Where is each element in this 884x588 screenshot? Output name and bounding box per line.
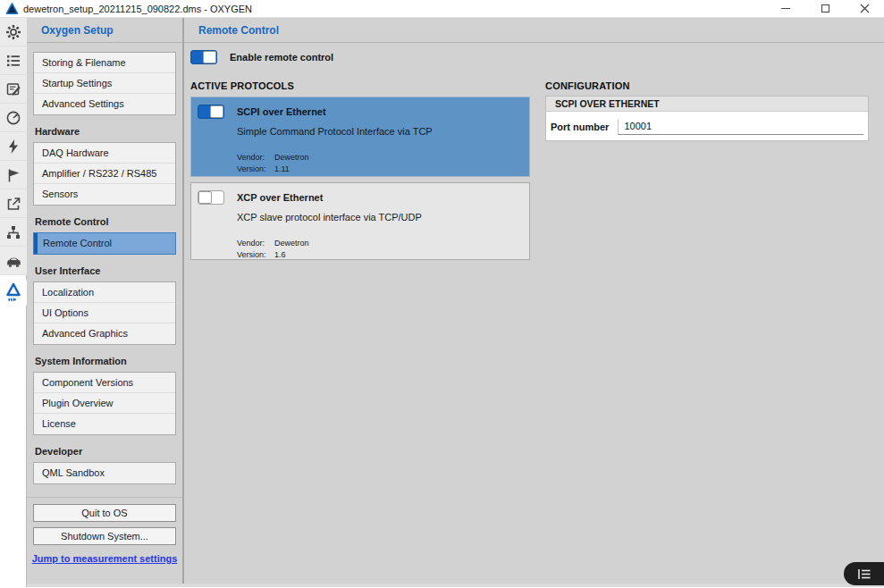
gear-icon xyxy=(5,24,21,40)
version-label: Version: xyxy=(237,164,274,173)
rail-tab-export[interactable] xyxy=(0,189,27,218)
rail-tab-channel-list[interactable] xyxy=(0,46,27,75)
sidebar-item-plugin-overview[interactable]: Plugin Overview xyxy=(34,393,175,414)
toggle-knob xyxy=(198,191,212,204)
protocol-card-scpi[interactable]: SCPI over Ethernet Simple Command Protoc… xyxy=(190,97,530,177)
export-icon xyxy=(5,196,21,212)
network-icon xyxy=(5,224,21,240)
app-logo-icon xyxy=(0,2,23,15)
enable-remote-control-label: Enable remote control xyxy=(230,52,333,63)
port-number-label: Port number xyxy=(551,122,609,132)
vendor-value: Dewetron xyxy=(274,239,309,248)
channel-list-icon xyxy=(5,53,21,69)
flag-icon xyxy=(5,167,21,183)
maximize-icon xyxy=(821,4,829,13)
close-icon xyxy=(860,4,870,13)
shutdown-system-button[interactable]: Shutdown System... xyxy=(33,527,176,545)
sidebar-divider xyxy=(27,497,182,498)
rail-tab-measurement-screens[interactable] xyxy=(0,104,27,132)
oxygen-setup-panel: Oxygen Setup Storing & Filename Startup … xyxy=(27,18,184,587)
setup-group-remote-control: Remote Control xyxy=(33,232,176,255)
title-bar: dewetron_setup_20211215_090822.dms - OXY… xyxy=(0,0,884,18)
sidebar-item-startup-settings[interactable]: Startup Settings xyxy=(34,73,175,94)
remote-control-panel: Remote Control Enable remote control ACT… xyxy=(184,18,884,587)
rail-tab-events[interactable] xyxy=(0,161,27,189)
rail-tab-settings[interactable] xyxy=(0,18,27,46)
scpi-protocol-description: Simple Command Protocol Interface via TC… xyxy=(237,126,520,137)
scpi-protocol-meta: Vendor:Dewetron Version:1.11 xyxy=(237,153,520,173)
lightning-icon xyxy=(5,139,21,155)
scpi-configuration-box: SCPI OVER ETHERNET Port number xyxy=(545,96,869,141)
message-list-icon xyxy=(857,568,871,580)
close-button[interactable] xyxy=(845,0,884,17)
enable-remote-control-toggle[interactable] xyxy=(190,50,217,64)
sidebar-item-sensors[interactable]: Sensors xyxy=(34,184,175,205)
minimize-button[interactable] xyxy=(766,0,805,17)
section-label-system-information: System Information xyxy=(35,356,174,368)
dewetron-logo-marks xyxy=(8,298,19,302)
sidebar-item-license[interactable]: License xyxy=(34,414,175,434)
rail-tab-vehicle[interactable] xyxy=(0,247,27,275)
active-protocols-header: ACTIVE PROTOCOLS xyxy=(190,80,530,91)
xcp-protocol-title: XCP over Ethernet xyxy=(237,192,323,203)
sidebar-item-ui-options[interactable]: UI Options xyxy=(34,303,175,323)
sidebar-item-advanced-settings[interactable]: Advanced Settings xyxy=(34,94,175,114)
maximize-button[interactable] xyxy=(805,0,845,17)
minimize-icon xyxy=(781,8,790,9)
xcp-protocol-toggle[interactable] xyxy=(198,190,224,205)
setup-group-hardware: DAQ Hardware Amplifier / RS232 / RS485 S… xyxy=(33,142,176,206)
setup-panel-title: Oxygen Setup xyxy=(27,18,182,43)
report-icon xyxy=(5,81,21,97)
bottom-strip xyxy=(27,584,884,587)
scpi-configuration-section-title: SCPI OVER ETHERNET xyxy=(546,97,868,112)
sidebar-item-component-versions[interactable]: Component Versions xyxy=(34,373,175,393)
vendor-label: Vendor: xyxy=(237,153,274,162)
icon-rail xyxy=(0,18,27,587)
sidebar-item-amplifier[interactable]: Amplifier / RS232 / RS485 xyxy=(34,164,175,184)
version-label: Version: xyxy=(237,250,274,259)
section-label-remote-control: Remote Control xyxy=(35,216,174,229)
xcp-protocol-meta: Vendor:Dewetron Version:1.6 xyxy=(237,239,520,259)
window-title: dewetron_setup_20211215_090822.dms - OXY… xyxy=(23,4,252,14)
version-value: 1.6 xyxy=(274,250,286,259)
xcp-protocol-description: XCP slave protocol interface via TCP/UDP xyxy=(237,212,520,223)
rail-tab-network[interactable] xyxy=(0,218,27,247)
setup-group-general: Storing & Filename Startup Settings Adva… xyxy=(33,52,176,115)
sidebar-item-localization[interactable]: Localization xyxy=(34,282,175,303)
vendor-value: Dewetron xyxy=(274,153,309,162)
configuration-header: CONFIGURATION xyxy=(545,80,869,91)
section-label-hardware: Hardware xyxy=(35,126,174,139)
sidebar-item-advanced-graphics[interactable]: Advanced Graphics xyxy=(34,323,175,344)
toggle-knob xyxy=(210,105,223,118)
scpi-protocol-toggle[interactable] xyxy=(198,105,224,119)
rail-tab-report[interactable] xyxy=(0,75,27,104)
rail-tab-oxygen-setup[interactable] xyxy=(0,275,27,309)
protocol-card-xcp[interactable]: XCP over Ethernet XCP slave protocol int… xyxy=(190,182,530,260)
setup-group-system-information: Component Versions Plugin Overview Licen… xyxy=(33,372,176,435)
sidebar-item-daq-hardware[interactable]: DAQ Hardware xyxy=(34,143,175,164)
sidebar-item-remote-control[interactable]: Remote Control xyxy=(34,233,175,254)
toggle-knob xyxy=(203,51,216,63)
dewetron-logo-icon xyxy=(5,282,21,297)
sidebar-item-qml-sandbox[interactable]: QML Sandbox xyxy=(34,463,175,483)
sidebar-item-storing-filename[interactable]: Storing & Filename xyxy=(34,53,175,73)
rail-tab-power[interactable] xyxy=(0,132,27,161)
gauge-icon xyxy=(5,110,21,126)
section-label-user-interface: User Interface xyxy=(35,265,174,278)
quit-to-os-button[interactable]: Quit to OS xyxy=(33,504,176,522)
section-label-developer: Developer xyxy=(35,446,174,458)
setup-group-developer: QML Sandbox xyxy=(33,462,176,484)
setup-group-user-interface: Localization UI Options Advanced Graphic… xyxy=(33,281,176,345)
port-number-input[interactable] xyxy=(618,119,863,135)
jump-to-measurement-settings-link[interactable]: Jump to measurement settings xyxy=(27,553,182,564)
main-panel-title: Remote Control xyxy=(184,18,884,43)
scpi-protocol-title: SCPI over Ethernet xyxy=(237,106,326,117)
system-messages-button[interactable] xyxy=(844,562,884,585)
vendor-label: Vendor: xyxy=(237,239,274,248)
app-shell: Oxygen Setup Storing & Filename Startup … xyxy=(0,18,884,587)
version-value: 1.11 xyxy=(274,164,290,173)
car-icon xyxy=(5,253,22,269)
